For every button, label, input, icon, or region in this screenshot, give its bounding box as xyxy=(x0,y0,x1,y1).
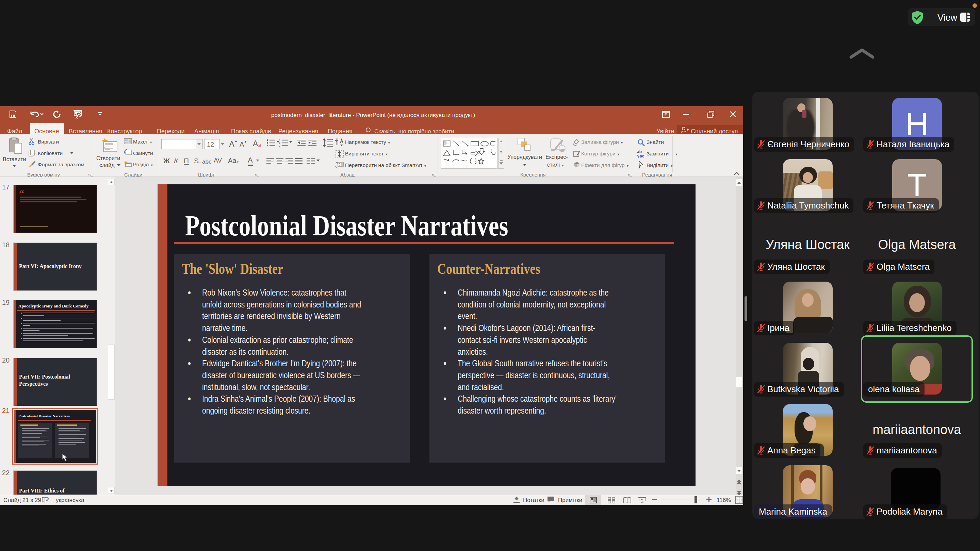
svg-text:1: 1 xyxy=(279,139,280,141)
svg-text:A: A xyxy=(444,140,446,143)
svg-text:ac: ac xyxy=(640,154,644,158)
svg-text:ab: ab xyxy=(637,149,642,154)
svg-text:3: 3 xyxy=(279,144,280,147)
svg-text:2: 2 xyxy=(279,142,280,144)
